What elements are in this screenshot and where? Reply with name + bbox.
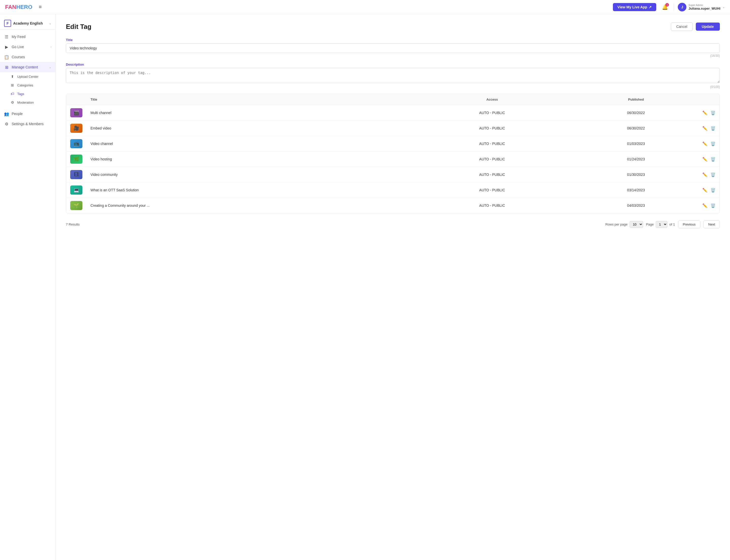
table-row: 🎥 Embed video AUTO - PUBLIC 06/30/2022 ✏… [66, 121, 720, 136]
description-label: Description [66, 63, 720, 66]
th-title: Title [86, 94, 411, 105]
table-row: 🌿 Video hosting AUTO - PUBLIC 01/24/2023… [66, 152, 720, 167]
user-name-block: Super Admin Juliana.super_WUHI [688, 4, 720, 10]
sidebar-sub-label: Tags [17, 92, 24, 96]
row-published: 01/03/2023 [574, 136, 698, 152]
user-name: Juliana.super_WUHI [688, 7, 720, 10]
row-thumbnail: 🎬 [70, 108, 82, 117]
delete-icon[interactable]: 🗑️ [710, 157, 716, 162]
page-select[interactable]: 1 [656, 221, 667, 228]
row-published: 06/30/2022 [574, 105, 698, 121]
rows-per-page: Rows per page 10 25 50 [605, 221, 643, 228]
content-table: Title Access Published 🎬 Multi channel A… [66, 94, 720, 213]
edit-icon[interactable]: ✏️ [702, 203, 707, 208]
row-thumbnail: 📺 [70, 139, 82, 148]
row-title: Multi channel [86, 105, 411, 121]
table-row: 🌱 Creating a Community around your ... A… [66, 198, 720, 213]
chevron-right-icon: › [50, 45, 51, 49]
next-button[interactable]: Next [703, 220, 720, 228]
description-section: Description (0/100) [66, 63, 720, 89]
row-title: What is an OTT SaaS Solution [86, 182, 411, 198]
sidebar-sub-upload-center[interactable]: ⬆ Upload Center [0, 72, 55, 81]
row-thumbnail: 💻 [70, 185, 82, 195]
update-button[interactable]: Update [696, 23, 720, 31]
sidebar-item-courses[interactable]: 📋 Courses [0, 52, 55, 62]
logo-fan: FAN [5, 4, 16, 10]
th-actions [698, 94, 720, 105]
feed-icon: ☰ [4, 34, 9, 39]
sidebar-item-label: Manage Content [12, 65, 46, 69]
row-actions: ✏️ 🗑️ [698, 152, 720, 167]
delete-icon[interactable]: 🗑️ [710, 110, 716, 115]
page-nav: Page 1 of 1 [646, 221, 675, 228]
title-input[interactable] [66, 43, 720, 53]
edit-icon[interactable]: ✏️ [702, 157, 707, 162]
user-menu[interactable]: J Super Admin Juliana.super_WUHI ⌄ [678, 3, 725, 11]
rows-per-page-select[interactable]: 10 25 50 [630, 221, 643, 228]
cancel-button[interactable]: Cancel [671, 22, 693, 31]
sidebar-sub-categories[interactable]: ⊞ Categories [0, 81, 55, 89]
row-thumb-cell: 📺 [66, 136, 86, 152]
edit-icon[interactable]: ✏️ [702, 126, 707, 131]
edit-icon[interactable]: ✏️ [702, 172, 707, 177]
academy-chevron-icon: ⌄ [49, 22, 51, 25]
settings-icon: ⚙ [4, 121, 9, 126]
sidebar-item-label: Courses [12, 55, 51, 59]
edit-icon[interactable]: ✏️ [702, 110, 707, 115]
table-header-row: Title Access Published [66, 94, 720, 105]
table-row: 📺 Video channel AUTO - PUBLIC 01/03/2023… [66, 136, 720, 152]
page-label: Page [646, 222, 654, 226]
sidebar-item-my-feed[interactable]: ☰ My Feed [0, 32, 55, 42]
row-title: Creating a Community around your ... [86, 198, 411, 213]
pagination-controls: Rows per page 10 25 50 Page 1 of 1 Previ… [605, 220, 720, 228]
delete-icon[interactable]: 🗑️ [710, 172, 716, 177]
description-input[interactable] [66, 68, 720, 83]
row-published: 03/14/2023 [574, 182, 698, 198]
delete-icon[interactable]: 🗑️ [710, 126, 716, 131]
delete-icon[interactable]: 🗑️ [710, 188, 716, 193]
main-content: Edit Tag Cancel Update Title (16/30) Des… [56, 14, 730, 560]
sidebar-item-go-live[interactable]: ▶ Go Live › [0, 42, 55, 52]
row-access: AUTO - PUBLIC [411, 136, 574, 152]
sidebar-item-label: People [12, 112, 51, 116]
sidebar-item-settings-members[interactable]: ⚙ Settings & Members [0, 119, 55, 129]
row-published: 04/03/2023 [574, 198, 698, 213]
sidebar-item-people[interactable]: 👥 People [0, 109, 55, 119]
hamburger-icon[interactable]: ≡ [39, 4, 42, 10]
sidebar-sub-tags[interactable]: 🏷 Tags [0, 89, 55, 98]
notifications-button[interactable]: 🔔 1 [660, 3, 669, 12]
academy-name: Academy English [13, 21, 47, 25]
row-thumbnail: 🌱 [70, 201, 82, 210]
chevron-down-icon: ⌄ [49, 65, 51, 69]
previous-button[interactable]: Previous [678, 220, 701, 228]
logo-divider [29, 3, 30, 11]
edit-icon[interactable]: ✏️ [702, 188, 707, 193]
sidebar-item-manage-content[interactable]: ⊞ Manage Content ⌄ [0, 62, 55, 72]
row-thumb-cell: 💻 [66, 182, 86, 198]
row-access: AUTO - PUBLIC [411, 198, 574, 213]
row-actions: ✏️ 🗑️ [698, 105, 720, 121]
view-live-button[interactable]: View My Live App ↗ [613, 3, 656, 11]
delete-icon[interactable]: 🗑️ [710, 203, 716, 208]
page-header: Edit Tag Cancel Update [66, 22, 720, 31]
logo-area: FAN HERO ≡ [5, 3, 61, 11]
sidebar-item-label: My Feed [12, 35, 51, 39]
row-action-buttons: ✏️ 🗑️ [702, 172, 716, 177]
row-actions: ✏️ 🗑️ [698, 167, 720, 182]
row-actions: ✏️ 🗑️ [698, 182, 720, 198]
th-access: Access [411, 94, 574, 105]
row-thumb-cell: 🌱 [66, 198, 86, 213]
row-action-buttons: ✏️ 🗑️ [702, 203, 716, 208]
page-title: Edit Tag [66, 23, 91, 31]
avatar: J [678, 3, 686, 11]
tags-icon: 🏷 [10, 91, 15, 96]
delete-icon[interactable]: 🗑️ [710, 141, 716, 146]
edit-icon[interactable]: ✏️ [702, 141, 707, 146]
sidebar-sub-moderation[interactable]: ⚙ Moderation [0, 98, 55, 107]
academy-selector[interactable]: F Academy English ⌄ [0, 17, 55, 30]
sidebar-sub-label: Categories [17, 83, 33, 87]
manage-content-icon: ⊞ [4, 65, 9, 70]
rows-per-page-label: Rows per page [605, 222, 627, 226]
description-counter: (0/100) [66, 85, 720, 89]
row-thumb-cell: 🎞 [66, 167, 86, 182]
